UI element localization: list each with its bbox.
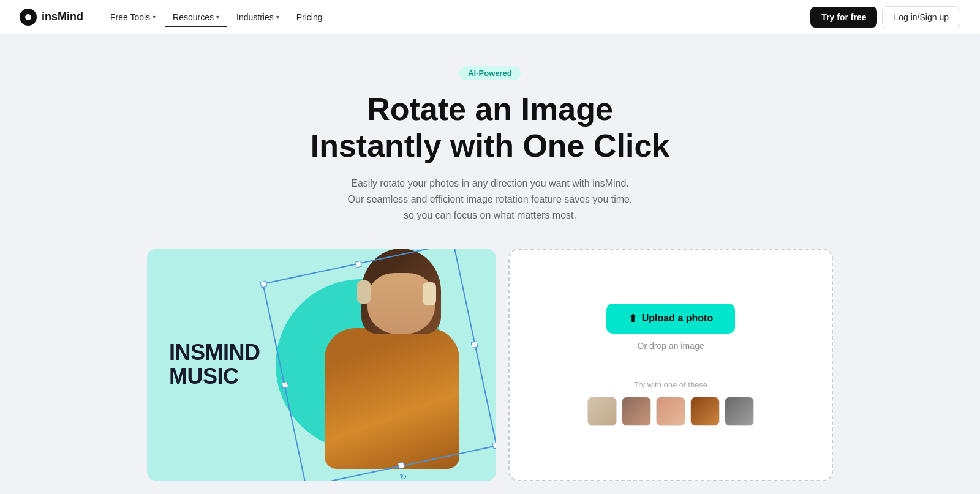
nav-pricing[interactable]: Pricing [289, 7, 330, 27]
chevron-down-icon: ▾ [276, 13, 279, 20]
nav-free-tools[interactable]: Free Tools ▾ [103, 7, 163, 27]
handle-mid-left [282, 381, 289, 389]
ai-powered-badge: AI-Powered [459, 66, 521, 80]
hero-subtitle: Easily rotate your photos in any directi… [348, 176, 633, 224]
handle-bottom-right [492, 441, 496, 449]
nav-resources[interactable]: Resources ▾ [165, 7, 227, 27]
nav-links: Free Tools ▾ Resources ▾ Industries ▾ Pr… [103, 7, 330, 27]
sample-thumb-2[interactable] [622, 397, 651, 426]
drop-label: Or drop an image [638, 341, 704, 351]
handle-top-left [260, 280, 268, 288]
nav-right: Try for free Log in/Sign up [810, 6, 960, 28]
preview-text: INSMIND MUSIC [169, 340, 260, 389]
handle-top-mid [355, 261, 362, 268]
preview-card: INSMIND MUSIC [147, 249, 496, 481]
upload-icon: ⬆ [628, 312, 637, 325]
chevron-down-icon: ▾ [153, 13, 156, 20]
samples-label: Try with one of these [627, 380, 715, 389]
sample-thumb-5[interactable] [725, 397, 754, 426]
hero-section: AI-Powered Rotate an Image Instantly wit… [0, 34, 980, 249]
nav-industries[interactable]: Industries ▾ [229, 7, 287, 27]
sample-thumb-4[interactable] [690, 397, 720, 426]
logo-icon [20, 9, 37, 26]
upload-photo-button[interactable]: ⬆ Upload a photo [606, 304, 735, 334]
sample-thumb-3[interactable] [656, 397, 685, 426]
handle-bottom-mid [398, 462, 405, 469]
navbar: insMind Free Tools ▾ Resources ▾ Industr… [0, 0, 980, 34]
logo[interactable]: insMind [20, 9, 83, 26]
chevron-down-icon: ▾ [216, 13, 219, 20]
selection-box: ↻ [262, 249, 496, 481]
handle-mid-right [471, 341, 478, 348]
login-signup-button[interactable]: Log in/Sign up [882, 6, 960, 28]
try-for-free-button[interactable]: Try for free [810, 7, 877, 28]
sample-thumb-1[interactable] [587, 397, 617, 426]
demo-area: INSMIND MUSIC [123, 249, 858, 494]
hero-title: Rotate an Image Instantly with One Click [311, 91, 670, 165]
sample-thumbnails [587, 397, 754, 426]
upload-card: ⬆ Upload a photo Or drop an image Try wi… [508, 249, 833, 481]
nav-left: insMind Free Tools ▾ Resources ▾ Industr… [20, 7, 330, 27]
brand-name: insMind [42, 10, 83, 23]
rotate-icon: ↻ [397, 470, 410, 481]
